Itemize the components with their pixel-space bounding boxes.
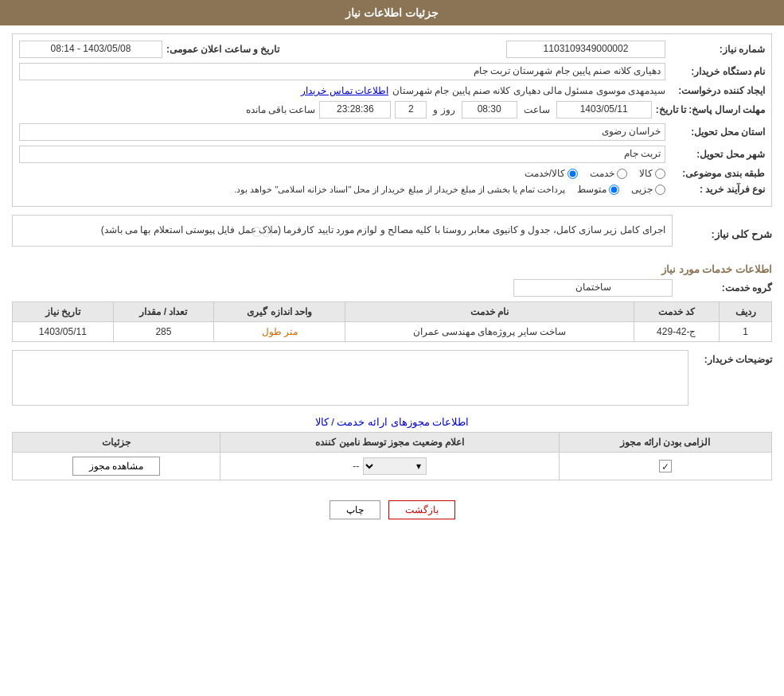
category-khedmat-label: خدمت (590, 168, 614, 179)
creator-link[interactable]: اطلاعات تماس خریدار (301, 85, 388, 96)
reply-remaining: 23:28:36 (319, 101, 391, 119)
col-header-date: تاریخ نیاز (13, 301, 114, 321)
need-number-row: شماره نیاز: 1103109349000002 تاریخ و ساع… (19, 41, 765, 58)
reply-deadline-label: مهلت ارسال پاسخ: تا تاریخ: (656, 104, 765, 115)
creator-label: ایجاد کننده درخواست: (669, 85, 765, 96)
license-col-status: اعلام وضعیت مجوز توسط نامین کننده (220, 432, 560, 452)
license-col-details: جزئیات (13, 432, 220, 452)
license-title: اطلاعات مجوزهای ارائه خدمت / کالا (12, 416, 772, 428)
time-label: ساعت (524, 104, 550, 115)
purchase-motavasset-item[interactable]: متوسط (577, 184, 619, 195)
buyer-notes-textarea[interactable] (12, 350, 688, 406)
buyer-org-label: نام دستگاه خریدار: (669, 66, 765, 77)
license-table: الزامی بودن ارائه مجوز اعلام وضعیت مجوز … (12, 432, 772, 480)
page-wrapper: جزئیات اطلاعات نیاز شماره نیاز: 11031093… (0, 0, 784, 696)
days-label: روز و (433, 104, 454, 115)
buyer-org-value: دهیاری کلانه صنم پایین جام شهرستان تربت … (19, 63, 665, 80)
col-header-unit: واحد اندازه گیری (214, 301, 345, 321)
general-desc-value: اجرای کامل زیر سازی کامل، جدول و کانیوی … (101, 224, 665, 235)
date-label: تاریخ و ساعت اعلان عمومی: (166, 44, 279, 55)
services-title: اطلاعات خدمات مورد نیاز (12, 259, 772, 279)
city-value: تربت جام (19, 146, 665, 163)
license-table-section: الزامی بودن ارائه مجوز اعلام وضعیت مجوز … (12, 432, 772, 480)
cell-unit: متر طول (214, 321, 345, 341)
remaining-label: ساعت باقی مانده (246, 104, 316, 115)
reply-days: 2 (395, 101, 427, 119)
category-khedmat-radio[interactable] (617, 169, 627, 179)
cell-qty: 285 (113, 321, 214, 341)
category-kala-radio[interactable] (655, 169, 665, 179)
services-table-section: ردیف کد خدمت نام خدمت واحد اندازه گیری ت… (12, 301, 772, 342)
table-row: 1 ج-42-429 ساخت سایر پروژه‌های مهندسی عم… (13, 321, 772, 341)
buyer-org-row: نام دستگاه خریدار: دهیاری کلانه صنم پایی… (19, 63, 765, 80)
col-header-qty: تعداد / مقدار (113, 301, 214, 321)
category-radio-group: کالا خدمت کالا/خدمت (525, 168, 665, 179)
license-checkbox: ✓ (659, 460, 672, 472)
license-required-cell: ✓ (559, 452, 771, 480)
purchase-type-label: نوع فرآیند خرید : (669, 184, 765, 195)
province-label: استان محل تحویل: (669, 126, 765, 138)
service-group-value: ساختمان (513, 279, 673, 297)
license-status-cell: ▾ -- (220, 452, 560, 480)
back-button[interactable]: بازگشت (388, 500, 455, 519)
services-table: ردیف کد خدمت نام خدمت واحد اندازه گیری ت… (12, 301, 772, 342)
buyer-notes-container (12, 350, 688, 408)
category-row: طبقه بندی موضوعی: کالا خدمت کالا/خدمت (19, 168, 765, 179)
purchase-note: پرداخت تمام یا بخشی از مبلغ خریدار از مب… (234, 185, 565, 195)
province-value: خراسان رضوی (19, 123, 665, 141)
category-kala-item[interactable]: کالا (639, 168, 665, 179)
category-label: طبقه بندی موضوعی: (669, 168, 765, 179)
city-row: شهر محل تحویل: تربت جام (19, 146, 765, 163)
date-value: 1403/05/08 - 08:14 (19, 41, 162, 58)
page-title: جزئیات اطلاعات نیاز (345, 6, 439, 19)
category-khedmat-item[interactable]: خدمت (590, 168, 627, 179)
general-desc-section: شرح کلی نیاز: اجرای کامل زیر سازی کامل، … (12, 215, 772, 255)
bottom-buttons: بازگشت چاپ (12, 488, 772, 531)
purchase-type-row: نوع فرآیند خرید : جزیی متوسط پرداخت تمام… (19, 184, 765, 195)
creator-row: ایجاد کننده درخواست: سیدمهدی موسوی مسئول… (19, 85, 765, 96)
license-details-cell: مشاهده مجوز (13, 452, 220, 480)
category-kala-khedmat-item[interactable]: کالا/خدمت (525, 168, 578, 179)
need-number-value: 1103109349000002 (506, 41, 665, 58)
cell-row: 1 (720, 321, 772, 341)
category-kala-label: کالا (639, 168, 653, 179)
print-button[interactable]: چاپ (330, 500, 380, 519)
col-header-row: ردیف (720, 301, 772, 321)
service-group-row: گروه خدمت: ساختمان (12, 279, 772, 297)
general-desc-box: اجرای کامل زیر سازی کامل، جدول و کانیوی … (12, 215, 673, 247)
buyer-notes-section: توضیحات خریدار: (12, 350, 772, 408)
purchase-jozvi-item[interactable]: جزیی (631, 184, 665, 195)
col-header-code: کد خدمت (634, 301, 720, 321)
col-header-name: نام خدمت (345, 301, 634, 321)
buyer-notes-label: توضیحات خریدار: (692, 350, 772, 365)
creator-name: سیدمهدی موسوی مسئول مالی دهیاری کلانه صن… (392, 85, 665, 96)
reply-time: 08:30 (462, 101, 517, 119)
service-group-label: گروه خدمت: (677, 282, 772, 294)
page-header: جزئیات اطلاعات نیاز (0, 0, 784, 25)
category-kala-khedmat-label: کالا/خدمت (525, 168, 565, 179)
need-number-label: شماره نیاز: (669, 44, 765, 55)
purchase-jozvi-radio[interactable] (655, 185, 665, 195)
cell-code: ج-42-429 (634, 321, 720, 341)
reply-date: 1403/05/11 (556, 101, 652, 119)
category-kala-khedmat-radio[interactable] (568, 169, 578, 179)
license-table-row: ✓ ▾ -- مشاهده مجوز (13, 452, 772, 480)
reply-deadline-row: مهلت ارسال پاسخ: تا تاریخ: 1403/05/11 سا… (19, 101, 765, 119)
province-row: استان محل تحویل: خراسان رضوی (19, 123, 765, 141)
license-col-required: الزامی بودن ارائه مجوز (559, 432, 771, 452)
main-content: شماره نیاز: 1103109349000002 تاریخ و ساع… (0, 25, 784, 539)
purchase-motavasset-radio[interactable] (609, 185, 619, 195)
view-license-button[interactable]: مشاهده مجوز (72, 457, 160, 476)
top-info-section: شماره نیاز: 1103109349000002 تاریخ و ساع… (12, 33, 772, 207)
cell-name: ساخت سایر پروژه‌های مهندسی عمران (345, 321, 634, 341)
general-desc-label: شرح کلی نیاز: (677, 228, 772, 240)
city-label: شهر محل تحویل: (669, 149, 765, 160)
license-status-select[interactable]: ▾ (363, 457, 427, 475)
purchase-motavasset-label: متوسط (577, 184, 607, 195)
license-status-value: -- (353, 461, 359, 472)
purchase-jozvi-label: جزیی (631, 184, 653, 195)
purchase-type-radio-group: جزیی متوسط پرداخت تمام یا بخشی از مبلغ خ… (234, 184, 665, 195)
cell-date: 1403/05/11 (13, 321, 114, 341)
col-watermark: Col (252, 220, 273, 245)
